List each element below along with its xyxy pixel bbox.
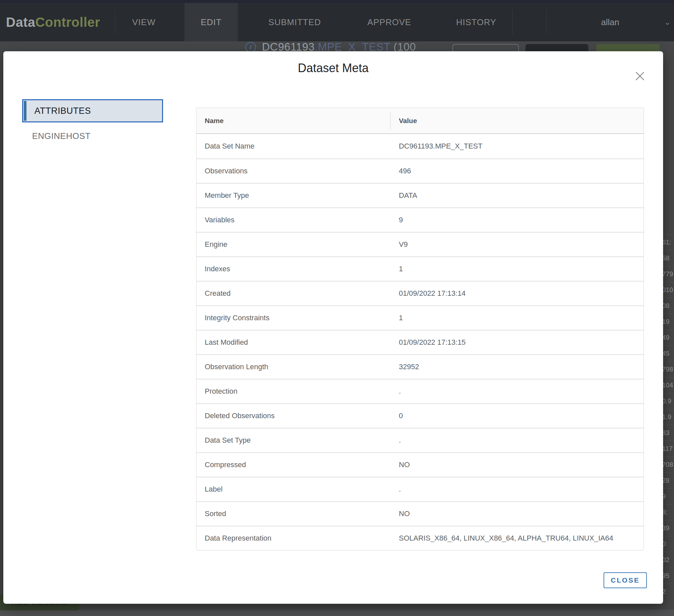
dataset-meta-modal: Dataset Meta ATTRIBUTES ENGINEHOST Name … <box>3 51 663 604</box>
close-button[interactable]: CLOSE <box>603 572 647 588</box>
row-value: V9 <box>390 236 644 253</box>
user-menu[interactable]: allan <box>575 3 645 41</box>
row-value: NO <box>390 456 644 473</box>
table-header-row: Name Value <box>197 108 644 134</box>
table-row: Data Set Type. <box>197 428 644 452</box>
row-name: Data Representation <box>197 534 390 542</box>
row-value: . <box>390 383 644 400</box>
table-row: Last Modified01/09/2022 17:13:15 <box>197 330 644 354</box>
dataset-obs-count: (100 <box>390 41 416 51</box>
table-row: Indexes1 <box>197 256 644 281</box>
row-name: Created <box>197 289 390 298</box>
row-value: DATA <box>390 187 644 204</box>
table-row: Label. <box>197 477 644 501</box>
table-row: EngineV9 <box>197 232 644 256</box>
table-row: Member TypeDATA <box>197 183 644 207</box>
background-green-button[interactable] <box>596 44 660 51</box>
row-name: Observation Length <box>197 363 390 371</box>
dataset-toolbar: i DC961193.MPE_X_TEST (100 <box>0 41 674 51</box>
row-name: Label <box>197 485 390 494</box>
attributes-table: Name Value Data Set NameDC961193.MPE_X_T… <box>196 108 644 550</box>
close-button-x[interactable] <box>632 69 648 84</box>
chevron-down-icon: ⌄ <box>664 3 671 41</box>
nav-divider <box>512 10 513 34</box>
nav-item-approve[interactable]: APPROVE <box>342 3 436 41</box>
browser-top-strip <box>0 0 674 3</box>
row-name: Data Set Type <box>197 436 390 445</box>
table-row: CompressedNO <box>197 452 644 477</box>
nav-item-edit[interactable]: EDIT <box>185 3 238 41</box>
background-outline-button[interactable] <box>452 44 519 51</box>
row-value: . <box>390 432 644 448</box>
row-name: Sorted <box>197 509 390 518</box>
row-name: Member Type <box>197 191 390 200</box>
row-value: DC961193.MPE_X_TEST <box>390 138 644 155</box>
table-row: Deleted Observations0 <box>197 403 644 428</box>
row-value: 32952 <box>390 358 644 375</box>
column-header-name: Name <box>197 117 390 125</box>
row-value: NO <box>390 506 644 522</box>
row-name: Variables <box>197 216 390 224</box>
row-value: 496 <box>390 163 644 179</box>
row-value: SOLARIS_X86_64, LINUX_X86_64, ALPHA_TRU6… <box>390 530 644 546</box>
nav-item-view[interactable]: VIEW <box>116 3 172 41</box>
table-row: Integrity Constraints1 <box>197 305 644 330</box>
app-logo[interactable]: DataController <box>6 3 100 41</box>
table-row: Protection. <box>197 379 644 403</box>
row-name: Protection <box>197 387 390 396</box>
table-row: Data RepresentationSOLARIS_X86_64, LINUX… <box>197 526 644 550</box>
dataset-name: .MPE_X_TEST <box>315 41 390 51</box>
row-value: 0 <box>390 408 644 424</box>
tab-attributes-label: ATTRIBUTES <box>34 106 91 116</box>
close-icon <box>635 71 645 81</box>
dataset-libref: DC961193 <box>262 41 315 51</box>
background-footer <box>0 610 674 616</box>
row-value: 9 <box>390 212 644 228</box>
row-value: 01/09/2022 17:13:15 <box>390 334 644 351</box>
row-name: Observations <box>197 167 390 175</box>
table-row: Observation Length32952 <box>197 354 644 379</box>
app-logo-part1: Data <box>6 15 35 30</box>
tab-enginehost-label: ENGINEHOST <box>32 131 91 141</box>
tab-attributes[interactable]: ATTRIBUTES <box>22 99 163 122</box>
active-tab-accent-bar <box>24 101 26 121</box>
row-value: 01/09/2022 17:13:14 <box>390 285 644 302</box>
dataset-reference: DC961193.MPE_X_TEST (100 <box>262 41 416 51</box>
column-divider <box>390 112 390 129</box>
info-icon[interactable]: i <box>245 42 256 51</box>
row-value: . <box>390 481 644 498</box>
tab-enginehost[interactable]: ENGINEHOST <box>22 127 163 144</box>
row-name: Integrity Constraints <box>197 314 390 322</box>
table-row: Observations496 <box>197 159 644 183</box>
table-row: Data Set NameDC961193.MPE_X_TEST <box>197 134 644 159</box>
modal-title: Dataset Meta <box>3 61 663 75</box>
row-name: Deleted Observations <box>197 412 390 420</box>
background-dark-button[interactable] <box>526 44 588 51</box>
table-row: Variables9 <box>197 207 644 232</box>
row-name: Last Modified <box>197 338 390 347</box>
table-body: Data Set NameDC961193.MPE_X_TESTObservat… <box>197 134 644 550</box>
row-value: 1 <box>390 310 644 326</box>
nav-item-history[interactable]: HISTORY <box>429 3 523 41</box>
nav-divider <box>115 10 115 34</box>
row-name: Data Set Name <box>197 142 390 150</box>
table-row: Created01/09/2022 17:13:14 <box>197 281 644 305</box>
nav-item-submitted[interactable]: SUBMITTED <box>248 3 342 41</box>
column-header-value: Value <box>390 117 644 125</box>
row-value: 1 <box>390 261 644 277</box>
row-name: Compressed <box>197 460 390 469</box>
row-name: Engine <box>197 240 390 249</box>
table-row: SortedNO <box>197 501 644 526</box>
app-logo-part2: Controller <box>35 15 100 30</box>
row-name: Indexes <box>197 265 390 273</box>
nav-divider <box>546 10 547 34</box>
